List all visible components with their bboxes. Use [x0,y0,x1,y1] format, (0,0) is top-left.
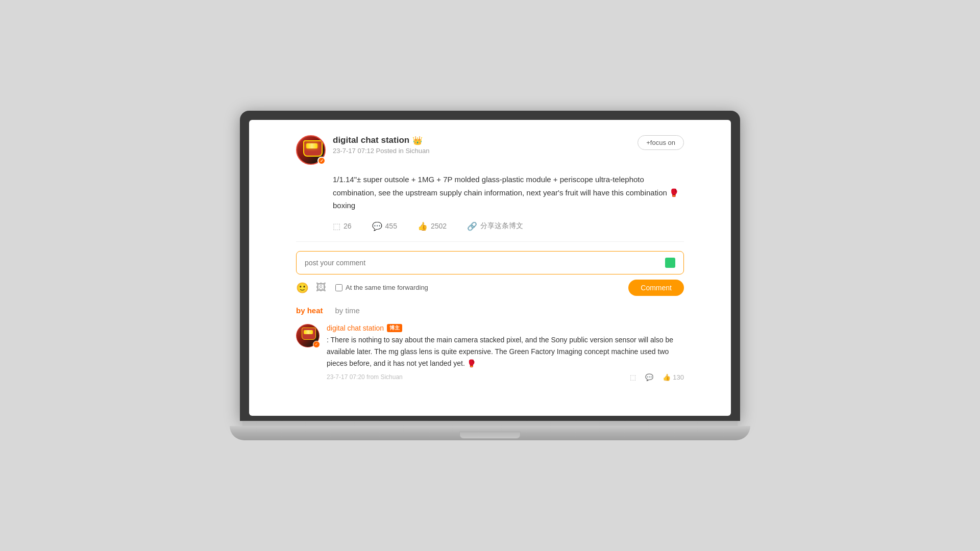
comment-action[interactable]: 💬 455 [372,221,397,231]
post-meta: digital chat station 👑 23-7-17 07:12 Pos… [333,135,429,155]
sort-tabs: by heat by time [296,306,684,315]
comment-input-box [296,251,684,274]
share-icon: 🔗 [467,221,477,231]
comment-icon: 💬 [372,221,382,231]
post-actions: ⬚ 26 💬 455 👍 2502 🔗 分享这条博文 [296,221,684,231]
comment-body: digital chat station 博主 : There is nothi… [327,324,684,381]
comment-repost-action[interactable]: ⬚ [630,373,636,381]
share-label: 分享这条博文 [480,221,523,231]
avatar-wrapper: ✓ [296,135,326,165]
repost-icon: ⬚ [333,221,340,231]
screen-bezel: ✓ digital chat station 👑 23-7-17 07:12 P… [240,111,740,421]
repost-count: 26 [344,222,352,230]
post-header: ✓ digital chat station 👑 23-7-17 07:12 P… [296,135,684,165]
laptop-base [230,426,750,440]
comment-count: 455 [385,222,397,230]
username-row: digital chat station 👑 [333,135,429,145]
comment-text: : There is nothing to say about the main… [327,334,684,369]
post-header-left: ✓ digital chat station 👑 23-7-17 07:12 P… [296,135,429,165]
forward-checkbox[interactable] [335,284,342,291]
like-count: 2502 [431,222,447,230]
comment-actions-right: ⬚ 💬 👍 130 [630,373,684,381]
blog-badge: 博主 [387,324,402,332]
crown-icon: 👑 [412,136,423,145]
comment-item: ✓ digital chat station 博主 : There is not… [296,324,684,381]
share-action[interactable]: 🔗 分享这条博文 [467,221,523,231]
comment-reply-action[interactable]: 💬 [645,373,653,381]
comment-text-content: : There is nothing to say about the main… [327,336,673,367]
verified-badge: ✓ [317,157,326,165]
image-icon[interactable]: 🖼 [316,282,326,293]
trackpad [459,432,521,439]
username: digital chat station [333,135,409,145]
green-dot-indicator [665,258,675,268]
comment-verified-badge: ✓ [313,341,320,348]
repost-action[interactable]: ⬚ 26 [333,221,352,231]
comment-like-icon: 👍 [663,373,671,381]
emoji-icon[interactable]: 🙂 [296,282,309,294]
comment-like-action[interactable]: 👍 130 [663,373,684,381]
comment-repost-icon: ⬚ [630,373,636,381]
divider [296,241,684,242]
comment-reply-icon: 💬 [645,373,653,381]
comment-username: digital chat station [327,324,384,332]
comment-time: 23-7-17 07:20 from Sichuan [327,373,403,381]
like-icon: 👍 [418,221,428,231]
comment-toolbar: 🙂 🖼 At the same time forwarding Comment [296,280,684,296]
sort-by-time-tab[interactable]: by time [335,306,360,315]
post-container: ✓ digital chat station 👑 23-7-17 07:12 P… [296,135,684,381]
comment-username-row: digital chat station 博主 [327,324,684,332]
like-action[interactable]: 👍 2502 [418,221,447,231]
comment-footer: 23-7-17 07:20 from Sichuan ⬚ 💬 👍 [327,373,684,381]
laptop-keyboard [242,421,738,426]
comment-text-input[interactable] [305,259,665,267]
post-info: 23-7-17 07:12 Posted in Sichuan [333,147,429,155]
comment-submit-button[interactable]: Comment [628,280,684,296]
comment-like-count: 130 [673,373,684,381]
focus-button[interactable]: +focus on [638,135,684,150]
laptop-container: ✓ digital chat station 👑 23-7-17 07:12 P… [240,111,740,440]
comment-avatar-wrapper: ✓ [296,324,320,347]
screen: ✓ digital chat station 👑 23-7-17 07:12 P… [249,120,731,416]
forward-label: At the same time forwarding [346,284,428,291]
comment-input-area: 🙂 🖼 At the same time forwarding Comment [296,251,684,296]
post-content: 1/1.14"± super outsole + 1MG + 7P molded… [296,173,684,212]
forward-checkbox-wrapper: At the same time forwarding [335,284,428,291]
sort-by-heat-tab[interactable]: by heat [296,306,323,315]
